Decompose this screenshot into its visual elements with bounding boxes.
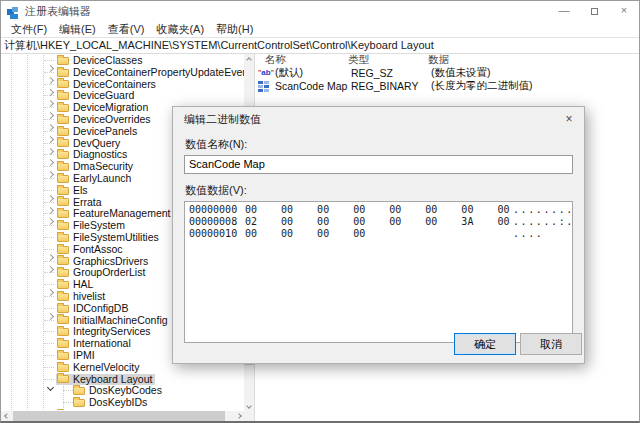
values-list: ab (默认) REG_SZ (数值未设置) ScanCode Map REG_…	[255, 66, 639, 93]
edit-binary-value-dialog: 编辑二进制数值 × 数值名称(N): ScanCode Map 数值数据(V):…	[172, 106, 585, 364]
address-bar[interactable]: 计算机\HKEY_LOCAL_MACHINE\SYSTEM\CurrentCon…	[1, 37, 639, 54]
chevron-icon[interactable]	[46, 81, 55, 90]
chevron-icon[interactable]	[46, 57, 55, 66]
hex-editor[interactable]: 00000000 00 00 00 00 00 00 00 00 .......…	[184, 201, 573, 343]
close-button[interactable]: ×	[609, 1, 639, 21]
chevron-icon[interactable]	[46, 187, 55, 196]
tree-node[interactable]: KernelVelocity	[56, 362, 143, 374]
tree-node[interactable]: IDConfigDB	[56, 303, 131, 315]
scroll-left-icon[interactable]	[1, 411, 11, 421]
binary-icon	[258, 81, 270, 92]
chevron-icon[interactable]	[46, 376, 55, 385]
maximize-icon	[591, 8, 598, 15]
tree-node[interactable]: hivelist	[56, 291, 108, 303]
minimize-button[interactable]: —	[549, 1, 579, 21]
folder-icon	[57, 104, 69, 112]
folder-icon	[73, 399, 85, 407]
menu-item[interactable]: 文件(F)	[5, 22, 53, 37]
chevron-icon[interactable]	[46, 116, 55, 125]
tree-item-label: IPMI	[73, 350, 95, 362]
scroll-right-icon[interactable]	[234, 411, 244, 421]
tree-item-label: IDConfigDB	[73, 303, 128, 315]
menu-item[interactable]: 帮助(H)	[210, 22, 259, 37]
dialog-close-button[interactable]: ×	[554, 110, 584, 130]
value-data: (数值未设置)	[431, 66, 639, 80]
chevron-icon[interactable]	[46, 104, 55, 113]
folder-icon	[57, 116, 69, 124]
tree-node[interactable]: Keyboard Layouts	[56, 409, 161, 410]
value-row[interactable]: ScanCode Map REG_BINARY (长度为零的二进制值)	[255, 80, 639, 94]
tree-node[interactable]: International	[56, 338, 134, 350]
folder-icon	[57, 305, 69, 313]
menu-item[interactable]: 查看(V)	[102, 22, 151, 37]
cancel-button[interactable]: 取消	[520, 333, 582, 355]
tree-node[interactable]: Els	[56, 185, 91, 197]
tree-node[interactable]: DeviceContainerPropertyUpdateEvents	[56, 67, 244, 79]
chevron-icon[interactable]	[46, 69, 55, 78]
hex-ascii: ......:.	[513, 216, 573, 228]
value-type: REG_SZ	[351, 67, 431, 79]
folder-icon	[57, 281, 69, 289]
tree-item-label: FontAssoc	[73, 244, 123, 256]
tree-item[interactable]: DeviceContainerPropertyUpdateEvents	[1, 67, 244, 79]
ok-button[interactable]: 确定	[454, 333, 516, 355]
hex-row: 00000008 02 00 00 00 00 00 3A 00 ......:…	[189, 216, 572, 228]
window-title: 注册表编辑器	[25, 4, 549, 19]
folder-icon	[57, 139, 69, 147]
chevron-icon[interactable]	[46, 92, 55, 101]
chevron-icon[interactable]	[46, 210, 55, 219]
chevron-icon[interactable]	[46, 163, 55, 172]
chevron-icon[interactable]	[46, 199, 55, 208]
string-icon: ab	[258, 67, 270, 78]
dialog-buttons: 确定 取消	[173, 333, 584, 365]
chevron-icon[interactable]	[46, 140, 55, 149]
folder-icon	[57, 352, 69, 360]
value-row[interactable]: ab (默认) REG_SZ (数值未设置)	[255, 66, 639, 80]
dialog-title: 编辑二进制数值	[184, 112, 554, 127]
tree-node[interactable]: FontAssoc	[56, 244, 126, 256]
tree-node[interactable]: EarlyLaunch	[56, 173, 134, 185]
folder-icon	[73, 387, 85, 395]
chevron-icon[interactable]	[46, 151, 55, 160]
folder-icon	[57, 269, 69, 277]
folder-icon	[57, 92, 69, 100]
column-header-type[interactable]: 类型	[348, 53, 428, 67]
tree-item-label: KernelVelocity	[73, 362, 140, 374]
tree-node[interactable]: FileSystemUtilities	[56, 232, 162, 244]
value-data: (长度为零的二进制值)	[431, 79, 639, 93]
scroll-up-icon[interactable]	[244, 54, 254, 64]
menu-item[interactable]: 编辑(E)	[53, 22, 102, 37]
tree-item-label: Els	[73, 185, 88, 197]
hex-ascii: ........	[513, 204, 573, 216]
value-name-input[interactable]: ScanCode Map	[184, 155, 573, 174]
folder-icon	[57, 316, 69, 324]
tree-item-label: Keyboard Layouts	[73, 409, 158, 410]
chevron-icon[interactable]	[46, 246, 55, 255]
chevron-icon[interactable]	[46, 258, 55, 267]
dialog-title-bar: 编辑二进制数值 ×	[173, 107, 584, 132]
hex-bytes[interactable]: 02 00 00 00 00 00 3A 00	[245, 216, 511, 228]
column-headers: 名称 类型 数据	[255, 54, 639, 66]
hex-bytes[interactable]: 00 00 00 00 00 00 00 00	[245, 204, 511, 216]
tree-node[interactable]: DevicePanels	[56, 126, 140, 138]
chevron-icon[interactable]	[46, 281, 55, 290]
tree-item-label: FileSystemUtilities	[73, 232, 159, 244]
hex-ascii: ....	[513, 228, 543, 240]
chevron-icon[interactable]	[46, 128, 55, 137]
value-type: REG_BINARY	[351, 80, 431, 92]
folder-icon	[57, 175, 69, 183]
menu-item[interactable]: 收藏夹(A)	[150, 22, 210, 37]
tree-horizontal-scrollbar[interactable]	[1, 411, 254, 421]
folder-icon	[57, 222, 69, 230]
chevron-icon[interactable]	[46, 305, 55, 314]
tree-node[interactable]: DeviceOverrides	[56, 114, 154, 126]
tree-node[interactable]: IPMI	[56, 350, 98, 362]
tree-item[interactable]: Keyboard Layouts	[1, 409, 244, 410]
horizontal-scrollbar-thumb[interactable]	[13, 411, 225, 421]
scroll-down-icon[interactable]	[244, 401, 254, 411]
maximize-button[interactable]	[579, 1, 609, 21]
tree-node[interactable]: GroupOrderList	[56, 267, 148, 279]
folder-icon	[57, 257, 69, 265]
value-data-label: 数值数据(V):	[185, 183, 584, 198]
hex-bytes[interactable]: 00 00 00 00	[245, 228, 511, 240]
